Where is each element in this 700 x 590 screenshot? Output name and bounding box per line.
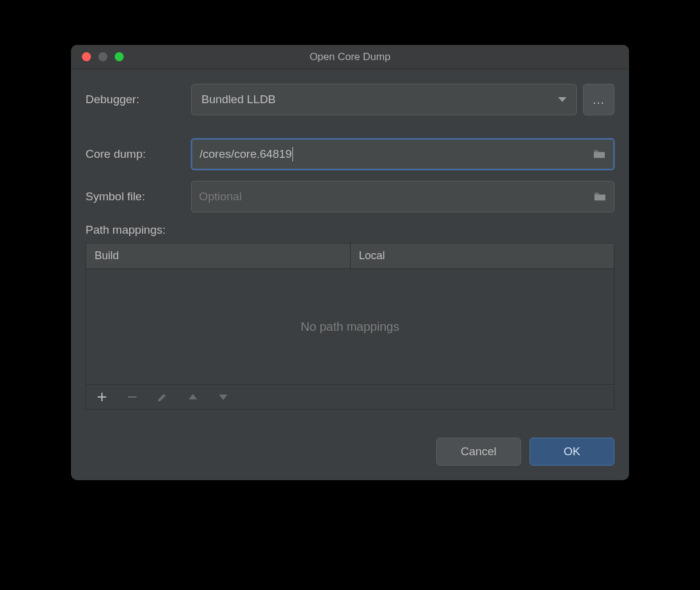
browse-symbol-file-icon[interactable] [593,191,607,202]
core-dump-field[interactable]: /cores/core.64819 [191,138,614,170]
text-cursor [292,147,293,161]
table-body-empty: No path mappings [86,269,614,384]
core-dump-row: Core dump: /cores/core.64819 [86,138,614,170]
symbol-file-field[interactable] [191,181,614,212]
symbol-file-input[interactable] [199,190,587,203]
move-down-button [216,390,231,404]
debugger-row: Debugger: Bundled LLDB ... [86,84,614,115]
ellipsis-icon: ... [593,93,605,107]
path-mappings-table: Build Local No path mappings [86,243,614,410]
column-local[interactable]: Local [351,243,614,268]
move-up-button [186,390,200,404]
dialog-title: Open Core Dump [71,51,629,63]
close-window-icon[interactable] [82,52,91,61]
open-core-dump-dialog: Open Core Dump Debugger: Bundled LLDB ..… [71,45,629,480]
cancel-button[interactable]: Cancel [436,438,521,466]
remove-mapping-button [125,390,140,404]
table-toolbar [86,384,614,409]
path-mappings-label: Path mappings: [86,223,614,237]
dialog-content: Debugger: Bundled LLDB ... Core dump: /c… [71,69,629,421]
edit-mapping-button [155,390,170,404]
zoom-window-icon[interactable] [115,52,124,61]
chevron-down-icon [558,97,567,102]
minimize-window-icon [98,52,107,61]
symbol-file-row: Symbol file: [86,181,614,212]
core-dump-label: Core dump: [86,148,191,161]
debugger-label: Debugger: [86,93,191,106]
symbol-file-label: Symbol file: [86,190,191,203]
browse-core-dump-icon[interactable] [593,149,606,160]
ok-label: OK [564,445,580,458]
cancel-label: Cancel [460,445,496,458]
column-build[interactable]: Build [86,243,351,268]
debugger-value: Bundled LLDB [201,93,276,106]
core-dump-value: /cores/core.64819 [200,148,292,161]
titlebar: Open Core Dump [71,45,629,69]
ok-button[interactable]: OK [530,438,614,466]
table-header: Build Local [86,243,614,269]
dialog-footer: Cancel OK [71,421,629,480]
debugger-more-button[interactable]: ... [583,84,614,115]
add-mapping-button[interactable] [95,390,109,404]
window-controls [71,52,124,61]
debugger-select[interactable]: Bundled LLDB [191,84,577,115]
